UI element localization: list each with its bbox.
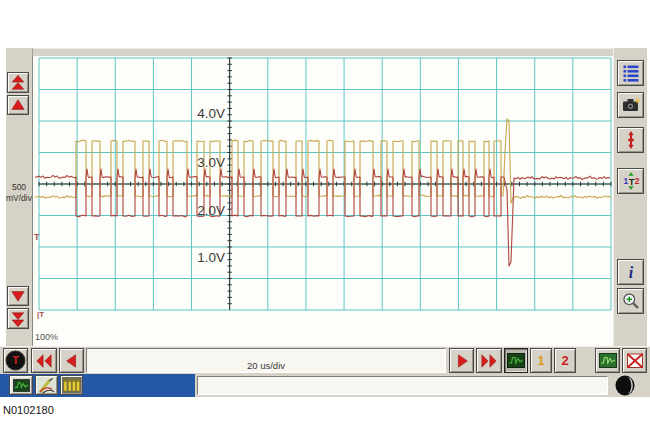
cells-app-button[interactable] [60, 375, 83, 395]
time-per-div-field[interactable]: 20 us/div [86, 348, 446, 373]
status-bar [0, 374, 650, 397]
display-options-button[interactable] [617, 60, 644, 86]
scroll-up-button[interactable] [7, 95, 29, 115]
discard-button[interactable] [622, 348, 647, 373]
fast-forward-icon [479, 352, 499, 370]
rewind-button[interactable] [31, 348, 57, 373]
scroll-down-fast-icon [9, 310, 27, 328]
trigger-menu-icon: T [5, 350, 26, 371]
info-icon: i [621, 262, 641, 282]
snapshot-button[interactable] [617, 92, 644, 118]
rewind-icon [34, 352, 54, 370]
info-icon-glyph: i [628, 264, 633, 281]
channel-position-icon: 1 T 2 [621, 171, 641, 191]
left-rail: 500 mV/div [6, 48, 33, 346]
trigger-menu-glyph: T [12, 354, 19, 366]
scope-waveform-svg: 4.0V 3.0V 2.0V 1.0V T |T 100% [33, 56, 614, 346]
channel-1-label: 1 [537, 353, 544, 368]
info-button[interactable]: i [617, 259, 644, 285]
live-screen-icon [506, 351, 526, 370]
time-per-div-value: 20 us/div [247, 360, 285, 371]
zoom-percent-label: 100% [35, 332, 58, 342]
channel-2-label: 2 [561, 353, 568, 368]
camera-icon [621, 95, 641, 115]
cells-icon [62, 377, 81, 393]
scroll-up-fast-button[interactable] [7, 72, 29, 93]
voltage-label-1v: 1.0V [197, 250, 225, 265]
voltage-label-3v: 3.0V [197, 155, 225, 170]
scroll-up-icon [9, 97, 27, 113]
discard-icon [625, 351, 645, 371]
probes-app-button[interactable] [35, 375, 58, 395]
step-back-button[interactable] [59, 348, 84, 373]
play-button[interactable] [449, 348, 474, 373]
scroll-up-fast-icon [9, 74, 27, 92]
fast-forward-button[interactable] [476, 348, 502, 373]
zoom-in-icon [621, 291, 641, 311]
capture-screen-icon [598, 351, 618, 370]
trigger-time-marker[interactable]: |T [37, 310, 44, 319]
figure-reference: N0102180 [3, 404, 54, 416]
trigger-level-button[interactable] [617, 127, 644, 153]
voltage-label-4v: 4.0V [197, 106, 225, 121]
scope-app-button[interactable] [9, 375, 33, 395]
status-message-field [197, 376, 608, 395]
play-icon [453, 352, 471, 370]
scope-app-icon [12, 378, 31, 393]
oscilloscope-screenshot: { "window": { "figure_ref": "N0102180" }… [0, 0, 650, 426]
trigger-level-marker[interactable]: T [34, 232, 40, 242]
scroll-down-icon [9, 288, 27, 304]
capture-button[interactable] [595, 348, 620, 373]
contrast-icon[interactable] [612, 374, 639, 397]
probes-icon [37, 377, 56, 394]
trigger-level-icon [621, 130, 641, 150]
trigger-menu-button[interactable]: T [3, 348, 28, 373]
scroll-down-button[interactable] [7, 286, 29, 306]
scroll-down-fast-button[interactable] [7, 308, 29, 329]
voltage-label-2v: 2.0V [197, 203, 225, 218]
step-back-icon [63, 352, 81, 370]
zoom-in-button[interactable] [617, 288, 644, 314]
live-display-button[interactable] [504, 348, 528, 373]
channel-icon-right-glyph: 2 [634, 176, 639, 186]
channel-position-button[interactable]: 1 T 2 [617, 168, 644, 194]
scope-display-panel: 4.0V 3.0V 2.0V 1.0V T |T 100% [32, 56, 614, 346]
scope-grid-and-traces [35, 58, 611, 310]
list-icon [621, 63, 641, 83]
controls-row: T 20 us/div 1 2 [0, 346, 650, 375]
channel-2-button[interactable]: 2 [554, 348, 576, 373]
channel-1-button[interactable]: 1 [530, 348, 552, 373]
right-rail: 1 T 2 i [613, 48, 647, 346]
